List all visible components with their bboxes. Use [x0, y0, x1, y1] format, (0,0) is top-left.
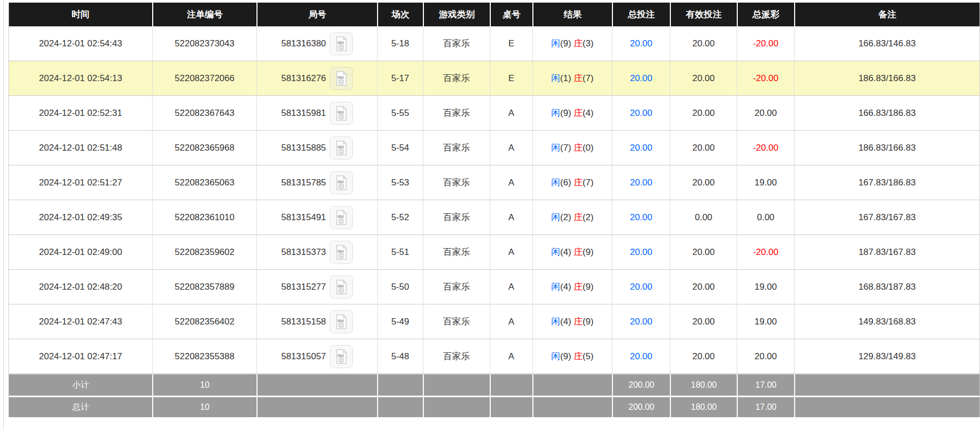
- table-no-cell: A: [490, 200, 532, 235]
- total-count: 10: [152, 396, 256, 417]
- remark-cell: 166.83/146.83: [794, 26, 979, 61]
- total-bet-link[interactable]: 20.00: [630, 143, 652, 153]
- banker-result-label: 庄: [573, 317, 582, 327]
- subtotal-row: 小计 10 200.00 180.00 17.00: [9, 374, 979, 396]
- table-row: 2024-12-01 02:47:17 522082355388 5813150…: [9, 339, 979, 374]
- subtotal-count: 10: [152, 374, 256, 396]
- video-replay-button[interactable]: [330, 171, 353, 194]
- banker-result-label: 庄: [573, 212, 582, 222]
- remark-cell: 168.83/187.83: [794, 270, 979, 304]
- total-bet-link[interactable]: 20.00: [630, 38, 652, 48]
- total-bet-link[interactable]: 20.00: [630, 247, 652, 257]
- video-replay-button[interactable]: [330, 206, 353, 229]
- total-bet-cell: 20.00: [612, 270, 670, 304]
- video-replay-button[interactable]: [330, 102, 353, 125]
- video-replay-button[interactable]: [330, 275, 353, 299]
- total-bet-cell: 20.00: [612, 61, 670, 96]
- session-cell: 5-53: [377, 165, 423, 200]
- header-game-type: 游戏类别: [423, 3, 490, 26]
- player-result-label: 闲: [551, 38, 560, 48]
- video-file-icon: [334, 175, 349, 191]
- header-round-id: 局号: [256, 3, 377, 26]
- video-replay-button[interactable]: [330, 136, 353, 160]
- bet-id-cell: 522082365063: [152, 165, 256, 200]
- table-row: 2024-12-01 02:47:43 522082356402 5813151…: [9, 304, 979, 339]
- round-id-cell: 581315491: [256, 200, 377, 235]
- total-bet-link[interactable]: 20.00: [630, 317, 652, 327]
- table-row: 2024-12-01 02:52:31 522082367643 5813159…: [9, 96, 979, 131]
- payout-cell: 20.00: [737, 96, 794, 131]
- table-row: 2024-12-01 02:49:35 522082361010 5813154…: [9, 200, 979, 235]
- total-bet-cell: 20.00: [612, 235, 670, 270]
- video-replay-button[interactable]: [330, 67, 353, 90]
- bet-id-cell: 522082356402: [152, 304, 256, 339]
- subtotal-label: 小计: [9, 374, 152, 396]
- player-result-label: 闲: [551, 73, 560, 83]
- round-id-cell: 581316380: [256, 26, 377, 61]
- total-bet-link[interactable]: 20.00: [630, 73, 652, 83]
- table-no-cell: A: [490, 131, 532, 165]
- header-valid-bet: 有效投注: [670, 3, 737, 26]
- subtotal-total-bet: 200.00: [612, 374, 670, 396]
- result-cell: 闲(9) 庄(3): [532, 26, 612, 61]
- remark-cell: 167.83/167.83: [794, 200, 979, 235]
- total-bet-cell: 20.00: [612, 26, 670, 61]
- bet-id-cell: 522082372066: [152, 61, 256, 96]
- remark-cell: 186.83/166.83: [794, 131, 979, 165]
- subtotal-payout: 17.00: [737, 374, 794, 396]
- result-cell: 闲(4) 庄(9): [532, 270, 612, 304]
- video-file-icon: [334, 279, 349, 295]
- bet-id-cell: 522082355388: [152, 339, 256, 374]
- table-row: 2024-12-01 02:54:13 522082372066 5813162…: [9, 61, 979, 96]
- valid-bet-cell: 20.00: [670, 304, 737, 339]
- game-type-cell: 百家乐: [423, 339, 490, 374]
- video-replay-button[interactable]: [330, 32, 353, 55]
- total-bet-link[interactable]: 20.00: [630, 212, 652, 222]
- video-file-icon: [334, 244, 349, 260]
- betting-history-table: 时间 注单编号 局号 场次 游戏类别 桌号 结果 总投注 有效投注 总派彩 备注…: [8, 3, 980, 417]
- remark-cell: 129.83/149.83: [794, 339, 979, 374]
- player-result-label: 闲: [551, 247, 560, 257]
- video-file-icon: [334, 210, 349, 225]
- remark-cell: 187.83/167.83: [794, 235, 979, 270]
- session-cell: 5-51: [377, 235, 423, 270]
- video-file-icon: [334, 314, 349, 330]
- remark-cell: 186.83/166.83: [794, 61, 979, 96]
- video-replay-button[interactable]: [330, 310, 353, 333]
- total-bet-link[interactable]: 20.00: [630, 108, 652, 118]
- total-bet-link[interactable]: 20.00: [630, 351, 652, 361]
- player-result-label: 闲: [551, 282, 560, 292]
- table-no-cell: A: [490, 270, 532, 304]
- table-row: 2024-12-01 02:51:48 522082365968 5813158…: [9, 131, 979, 165]
- payout-cell: 20.00: [737, 339, 794, 374]
- video-replay-button[interactable]: [330, 241, 353, 264]
- video-file-icon: [334, 71, 349, 86]
- total-total-bet: 200.00: [612, 396, 670, 417]
- round-id-cell: 581315373: [256, 235, 377, 270]
- player-result-label: 闲: [551, 178, 560, 188]
- result-cell: 闲(4) 庄(9): [532, 304, 612, 339]
- video-file-icon: [334, 105, 349, 121]
- bet-id-cell: 522082359602: [152, 235, 256, 270]
- header-result: 结果: [532, 3, 612, 26]
- table-no-cell: A: [490, 96, 532, 131]
- round-id-cell: 581315981: [256, 96, 377, 131]
- total-bet-link[interactable]: 20.00: [630, 178, 652, 188]
- time-cell: 2024-12-01 02:51:48: [9, 131, 152, 165]
- video-replay-button[interactable]: [330, 345, 353, 368]
- total-valid-bet: 180.00: [670, 396, 737, 417]
- valid-bet-cell: 20.00: [670, 26, 737, 61]
- payout-cell: 19.00: [737, 304, 794, 339]
- result-cell: 闲(9) 庄(4): [532, 96, 612, 131]
- result-cell: 闲(9) 庄(5): [532, 339, 612, 374]
- banker-result-label: 庄: [573, 108, 582, 118]
- player-result-label: 闲: [551, 317, 560, 327]
- game-type-cell: 百家乐: [423, 235, 490, 270]
- time-cell: 2024-12-01 02:54:43: [9, 26, 152, 61]
- payout-cell: 19.00: [737, 270, 794, 304]
- valid-bet-cell: 20.00: [670, 165, 737, 200]
- session-cell: 5-50: [377, 270, 423, 304]
- valid-bet-cell: 20.00: [670, 235, 737, 270]
- total-bet-link[interactable]: 20.00: [630, 282, 652, 292]
- time-cell: 2024-12-01 02:48:20: [9, 270, 152, 304]
